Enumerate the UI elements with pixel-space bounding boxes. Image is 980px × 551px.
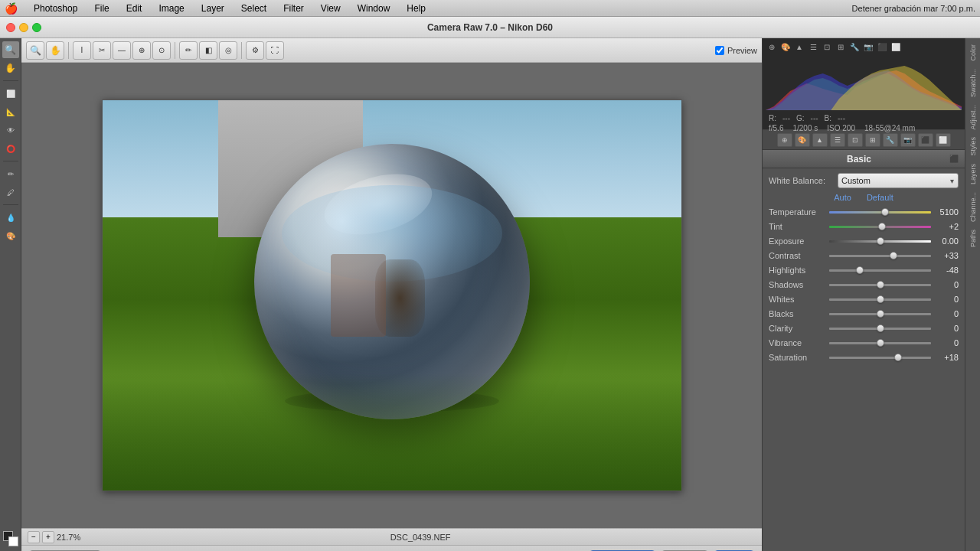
menu-help[interactable]: Help (403, 2, 430, 15)
slider-thumb-contrast[interactable] (890, 252, 897, 259)
panel-ctrl-2[interactable]: 🎨 (795, 133, 810, 147)
tool-crop[interactable]: ⬜ (2, 85, 19, 102)
histogram-btn-1[interactable]: ⊕ (766, 41, 778, 53)
slider-value-exposure[interactable]: 0.00 (934, 236, 959, 246)
slider-thumb-whites[interactable] (877, 295, 884, 303)
toolbar-adj-brush-btn[interactable]: ✏ (179, 41, 198, 60)
foreground-background-colors[interactable] (3, 531, 18, 546)
slider-value-clarity[interactable]: 0 (934, 324, 959, 333)
tool-wb[interactable]: 💧 (2, 209, 19, 226)
panel-tab-paths[interactable]: Paths (969, 227, 977, 250)
slider-thumb-vibrance[interactable] (877, 339, 884, 347)
toolbar-grad-filter-btn[interactable]: ◧ (199, 41, 217, 60)
toolbar-straighten-btn[interactable]: — (113, 41, 131, 60)
panel-tab-swatches[interactable]: Swatch... (969, 66, 977, 100)
slider-value-contrast[interactable]: +33 (934, 251, 959, 260)
panel-tab-color[interactable]: Color (969, 41, 977, 64)
slider-value-whites[interactable]: 0 (934, 295, 959, 304)
histogram-btn-4[interactable]: ☰ (807, 41, 819, 53)
slider-value-vibrance[interactable]: 0 (934, 338, 959, 347)
preview-checkbox[interactable] (715, 46, 724, 55)
slider-thumb-temperature[interactable] (881, 208, 889, 216)
tool-straighten[interactable]: 📐 (2, 103, 19, 120)
menu-edit[interactable]: Edit (122, 2, 146, 15)
slider-value-temperature[interactable]: 5100 (934, 207, 959, 217)
tool-grad[interactable]: 🖊 (2, 184, 19, 201)
panel-tab-layers[interactable]: Layers (969, 161, 977, 187)
histogram-btn-10[interactable]: ⬜ (890, 41, 902, 53)
slider-thumb-highlights[interactable] (856, 266, 864, 274)
slider-track-wrap-highlights (829, 265, 931, 276)
zoom-out-button[interactable]: − (28, 531, 40, 543)
tool-spot[interactable]: ⭕ (2, 140, 19, 157)
panel-tab-styles[interactable]: Styles (969, 134, 977, 159)
tool-brush[interactable]: ✏ (2, 165, 19, 182)
menu-image[interactable]: Image (155, 2, 188, 15)
slider-value-blacks[interactable]: 0 (934, 309, 959, 318)
tool-redeye[interactable]: 👁 (2, 122, 19, 139)
slider-track-blacks (829, 313, 931, 315)
slider-value-highlights[interactable]: -48 (934, 266, 959, 275)
apple-logo-icon[interactable]: 🍎 (5, 2, 18, 15)
tool-color[interactable]: 🎨 (2, 227, 19, 244)
menu-photoshop[interactable]: Photoshop (30, 2, 81, 15)
panel-tab-adjust[interactable]: Adjust... (969, 102, 977, 133)
white-balance-select[interactable]: Custom As Shot Auto Daylight Cloudy Shad… (838, 173, 959, 188)
slider-thumb-clarity[interactable] (877, 324, 884, 332)
histogram-btn-9[interactable]: ⬛ (876, 41, 888, 53)
menu-view[interactable]: View (317, 2, 345, 15)
slider-value-shadows[interactable]: 0 (934, 280, 959, 289)
panel-ctrl-10[interactable]: ⬜ (936, 133, 951, 147)
white-balance-label: White Balance: (769, 176, 838, 185)
toolbar-fullscreen-btn[interactable]: ⛶ (266, 41, 284, 60)
toolbar-hand-btn[interactable]: ✋ (46, 41, 64, 60)
panel-ctrl-6[interactable]: ⊞ (865, 133, 880, 147)
menu-window[interactable]: Window (354, 2, 394, 15)
panel-expand-icon[interactable]: ⬛ (949, 155, 959, 163)
slider-thumb-tint[interactable] (878, 223, 886, 230)
panel-ctrl-8[interactable]: 📷 (900, 133, 916, 147)
panel-tab-channels[interactable]: Channe... (969, 189, 977, 225)
slider-value-tint[interactable]: +2 (934, 222, 959, 231)
toolbar-radial-btn[interactable]: ◎ (219, 41, 237, 60)
histogram-btn-2[interactable]: 🎨 (779, 41, 792, 53)
panel-ctrl-3[interactable]: ▲ (812, 133, 828, 147)
panel-ctrl-4[interactable]: ☰ (830, 133, 845, 147)
default-button[interactable]: Default (867, 193, 893, 202)
zoom-value[interactable]: 21.7% (57, 533, 80, 542)
histogram-btn-5[interactable]: ⊡ (821, 41, 833, 53)
tool-zoom[interactable]: 🔍 (2, 41, 19, 58)
slider-thumb-shadows[interactable] (877, 281, 884, 289)
panel-ctrl-9[interactable]: ⬛ (918, 133, 933, 147)
auto-button[interactable]: Auto (834, 193, 851, 202)
toolbar-zoom-btn[interactable]: 🔍 (26, 41, 44, 60)
toolbar-pref-btn[interactable]: ⚙ (246, 41, 264, 60)
close-button[interactable] (6, 23, 15, 32)
toolbar-wb-btn[interactable]: I (73, 41, 91, 60)
tool-hand[interactable]: ✋ (2, 60, 19, 77)
histogram-btn-3[interactable]: ▲ (793, 41, 805, 53)
panel-ctrl-5[interactable]: ⊡ (848, 133, 863, 147)
panel-ctrl-7[interactable]: 🔧 (883, 133, 898, 147)
menu-layer[interactable]: Layer (198, 2, 228, 15)
panel-ctrl-1[interactable]: ⊕ (777, 133, 792, 147)
toolbar-redeye-btn[interactable]: ⊙ (152, 41, 171, 60)
histogram-btn-8[interactable]: 📷 (862, 41, 874, 53)
toolbar-spot-btn[interactable]: ⊕ (132, 41, 151, 60)
slider-thumb-saturation[interactable] (894, 354, 902, 361)
slider-value-saturation[interactable]: +18 (934, 353, 959, 362)
histogram-btn-6[interactable]: ⊞ (835, 41, 847, 53)
menu-file[interactable]: File (90, 2, 113, 15)
zoom-in-button[interactable]: + (42, 531, 54, 543)
minimize-button[interactable] (19, 23, 28, 32)
histogram-btn-7[interactable]: 🔧 (848, 41, 861, 53)
menu-filter[interactable]: Filter (279, 2, 308, 15)
toolbar-crop-btn[interactable]: ✂ (93, 41, 111, 60)
slider-thumb-exposure[interactable] (877, 237, 884, 245)
menu-select[interactable]: Select (237, 2, 270, 15)
background-color[interactable] (8, 536, 18, 546)
slider-thumb-blacks[interactable] (877, 310, 884, 318)
slider-track-shadows (829, 284, 931, 286)
maximize-button[interactable] (32, 23, 41, 32)
iso-value: ISO 200 (827, 124, 855, 132)
